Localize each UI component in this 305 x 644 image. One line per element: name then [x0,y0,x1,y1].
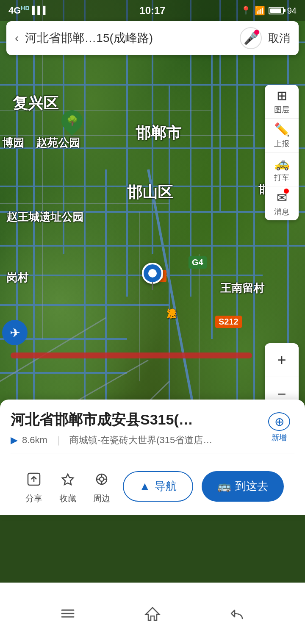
collect-icon [57,468,79,490]
layers-icon: ⊞ [277,88,287,103]
place-detail-text: 商城镇-在瓷砖大世界(315省道店… [69,434,212,447]
status-bar: 4GHD ▌▌▌ 10:17 📍 📶 94 [0,0,305,21]
place-card: 河北省邯郸市成安县S315(… ▶ 8.6km ｜ 商城镇-在瓷砖大世界(315… [0,400,305,515]
system-menu-button[interactable] [59,605,76,622]
mic-button[interactable]: 🎤 [240,27,262,49]
mic-circle: 🎤 [240,27,262,49]
svg-marker-47 [146,608,159,620]
highway-badge-s212: S212 [215,316,242,328]
svg-point-39 [100,477,104,481]
search-query[interactable]: 河北省邯郸…15(成峰路) [25,30,233,46]
layers-label: 图层 [274,105,289,115]
collect-button[interactable]: 收藏 [55,468,80,504]
collect-label: 收藏 [59,493,76,504]
battery-indicator [269,7,284,14]
report-icon: ✏️ [274,122,290,137]
card-divider [11,453,294,453]
layers-button[interactable]: ⊞ 图层 [265,85,299,119]
taxi-label: 打车 [274,172,289,183]
highway-badge-g4: G4 [189,256,207,269]
place-info: ▶ 8.6km ｜ 商城镇-在瓷砖大世界(315省道店… [11,434,294,447]
airport-icon: ✈ [2,320,28,345]
share-icon [23,468,45,490]
action-buttons-row: 分享 收藏 周边 ▲ [11,460,294,515]
clock: 10:17 [139,5,165,16]
transit-label: 到这去 [235,479,268,494]
status-left: 4GHD ▌▌▌ [8,5,48,16]
system-back-button[interactable] [229,605,246,622]
message-label: 消息 [274,207,289,217]
battery-percent: 94 [287,6,297,16]
message-badge [284,189,289,194]
navigation-arrow-icon: ▶ [11,435,18,446]
nearby-icon [91,468,113,490]
add-waypoint-label: 新增 [272,433,287,443]
nearby-button[interactable]: 周边 [89,468,114,504]
wifi-icon: 📶 [255,6,265,16]
share-label: 分享 [25,493,42,504]
add-waypoint-button[interactable]: ⊕ 新增 [264,412,294,443]
add-circle-icon: ⊕ [268,412,290,431]
location-pin-icon: 📍 [241,6,251,16]
svg-marker-37 [62,474,73,485]
cancel-button[interactable]: 取消 [268,31,290,46]
navigate-arrow-icon: ▲ [139,480,150,493]
back-button[interactable]: ‹ [15,31,19,45]
signal-bars: ▌▌▌ [32,6,48,15]
bus-icon: 🚌 [217,480,231,493]
mic-active-dot [254,30,259,35]
highlighted-road [11,353,252,358]
share-button[interactable]: 分享 [21,468,47,504]
report-label: 上报 [274,139,289,149]
message-button[interactable]: ✉ 消息 [265,186,299,220]
taxi-button[interactable]: 🚕 打车 [265,153,299,186]
status-right: 📍 📶 94 [241,6,297,16]
report-button[interactable]: ✏️ 上报 [265,119,299,153]
place-name: 河北省邯郸市成安县S315(… [11,410,256,430]
transit-button[interactable]: 🚌 到这去 [202,471,284,502]
system-home-button[interactable] [144,605,161,622]
navigate-button[interactable]: ▲ 导航 [123,471,193,502]
nearby-label: 周边 [93,493,110,504]
carrier-indicator: 4GHD [8,5,30,16]
right-toolbar: ⊞ 图层 ✏️ 上报 🚕 打车 ✉ 消息 [265,85,299,220]
search-bar[interactable]: ‹ 河北省邯郸…15(成峰路) 🎤 取消 [6,21,299,55]
navigate-label: 导航 [155,479,177,494]
current-location-marker [142,263,163,284]
system-nav-bar [0,583,305,644]
zoom-in-button[interactable]: + [265,343,299,377]
taxi-icon: 🚕 [274,156,290,171]
battery-fill [270,8,281,13]
distance-text: 8.6km [22,435,47,446]
